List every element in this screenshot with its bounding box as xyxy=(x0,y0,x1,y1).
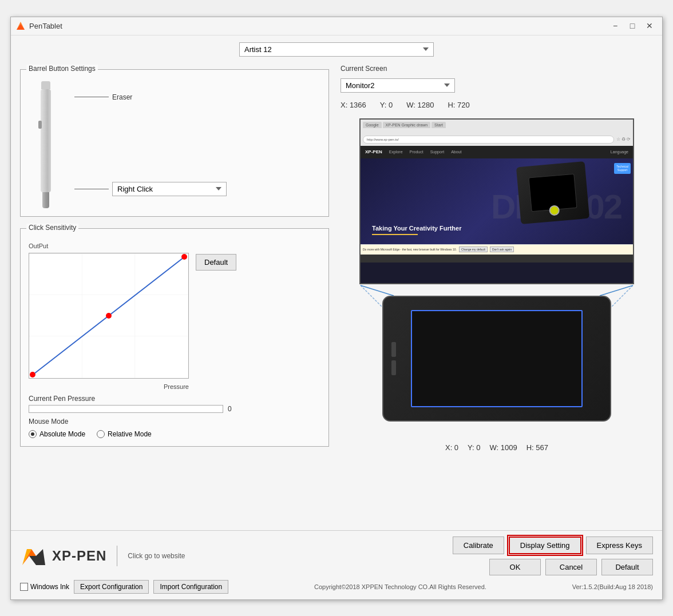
minimize-button[interactable]: − xyxy=(607,19,623,32)
tablet-side-btn-1 xyxy=(391,342,396,357)
device-row: Artist 12 xyxy=(20,42,653,57)
svg-marker-1 xyxy=(17,24,25,30)
tablet-product-img xyxy=(516,161,589,224)
svg-point-8 xyxy=(181,253,187,259)
browser-address-row: http://www.xp-pen.to/ ☆ ♻ ⟳ xyxy=(363,136,631,144)
monitor-x: X: 1366 xyxy=(341,101,366,109)
yellow-accent-line xyxy=(372,234,418,235)
pen-diagram xyxy=(29,81,63,208)
mouse-mode-label: Mouse Mode xyxy=(29,418,320,426)
output-label: OutPut xyxy=(29,243,48,249)
default-button[interactable]: Default xyxy=(601,559,653,575)
svg-line-12 xyxy=(600,285,633,296)
monitor-y: Y: 0 xyxy=(380,101,393,109)
svg-point-10 xyxy=(30,372,35,377)
nav-language: Language xyxy=(611,150,628,154)
tablet-h: H: 567 xyxy=(526,443,548,452)
xppen-logo-icon xyxy=(20,545,47,567)
window-controls: − □ ✕ xyxy=(607,19,658,32)
tablet-screen-area xyxy=(411,310,583,407)
ok-cancel-row: OK Cancel Default xyxy=(489,559,653,575)
pen-eraser xyxy=(41,81,50,89)
diagram-wrapper: Google XP-PEN Graphic drawn Start http:/… xyxy=(354,118,640,439)
monitor-w: W: 1280 xyxy=(406,101,434,109)
import-config-button[interactable]: Import Configuration xyxy=(153,580,228,594)
pressure-value: 0 xyxy=(228,405,232,413)
sensitivity-default-button[interactable]: Default xyxy=(196,254,236,271)
ok-button[interactable]: OK xyxy=(489,559,541,575)
right-click-select[interactable]: Right Click xyxy=(112,182,227,196)
sensitivity-inner: OutPut xyxy=(29,235,320,390)
content-area: Artist 12 Barrel Button Settings xyxy=(11,35,662,530)
absolute-mode-label: Absolute Mode xyxy=(39,430,85,438)
browser-tabs: Google XP-PEN Graphic drawn Start xyxy=(363,122,631,128)
dont-ask-btn: Don't ask again xyxy=(490,247,514,252)
eraser-line xyxy=(74,97,109,97)
main-columns: Barrel Button Settings xyxy=(20,65,653,523)
absolute-mode-option[interactable]: Absolute Mode xyxy=(29,430,85,438)
tab-xppen: XP-PEN Graphic drawn xyxy=(383,122,431,128)
tablet-y: Y: 0 xyxy=(468,443,480,452)
pen-tip xyxy=(42,192,49,208)
logo-subtitle: Click go to website xyxy=(128,552,185,560)
pressure-label: Pressure xyxy=(29,383,189,390)
close-button[interactable]: ✕ xyxy=(642,19,658,32)
display-setting-button[interactable]: Display Setting xyxy=(509,536,581,554)
mouse-mode-options: Absolute Mode Relative Mode xyxy=(29,430,320,438)
window-title: PenTablet xyxy=(29,22,607,30)
bottom-main-row: XP-PEN Click go to website Calibrate Dis… xyxy=(20,536,653,575)
monitor-content: DECO02 Taking Your Creativity Further xyxy=(361,158,633,255)
pen-body xyxy=(41,89,51,192)
export-config-button[interactable]: Export Configuration xyxy=(74,580,149,594)
change-default-btn: Change my default xyxy=(459,247,488,252)
monitor-h: H: 720 xyxy=(448,101,469,109)
eraser-label: Eraser xyxy=(112,93,132,101)
monitor-select[interactable]: Monitor2 xyxy=(341,78,455,93)
cancel-button[interactable]: Cancel xyxy=(545,559,597,575)
diagram-container: Google XP-PEN Graphic drawn Start http:/… xyxy=(341,118,653,452)
graph-area: OutPut xyxy=(29,243,189,390)
tablet-w: W: 1009 xyxy=(490,443,517,452)
barrel-inner: Eraser Right Click xyxy=(29,75,320,208)
tablet-diagram xyxy=(382,296,611,422)
pen-button xyxy=(38,121,42,129)
tablet-side-buttons xyxy=(391,342,396,375)
xppen-brand: XP-PEN xyxy=(365,149,382,154)
tab-start: Start xyxy=(431,122,446,128)
copyright-text: Copyright©2018 XPPEN Technology CO.All R… xyxy=(314,583,486,590)
device-select[interactable]: Artist 12 xyxy=(239,42,434,57)
monitor-coords-row: X: 1366 Y: 0 W: 1280 H: 720 xyxy=(341,101,653,109)
eraser-label-row: Eraser xyxy=(74,93,227,101)
tablet-x: X: 0 xyxy=(445,443,458,452)
express-keys-button[interactable]: Express Keys xyxy=(586,536,653,554)
pressure-bar xyxy=(29,405,223,413)
xppen-nav: XP-PEN Explore Product Support About Lan… xyxy=(361,146,633,158)
maximize-button[interactable]: □ xyxy=(624,19,640,32)
browser-status-bar xyxy=(361,255,633,263)
mouse-mode-section: Mouse Mode Absolute Mode Relative Mode xyxy=(29,418,320,438)
bottom-buttons-right: Calibrate Display Setting Express Keys O… xyxy=(453,536,653,575)
tablet-side-btn-2 xyxy=(391,360,396,375)
windows-ink-label: Windows Ink xyxy=(30,583,69,591)
right-click-row: Right Click xyxy=(74,182,227,196)
relative-mode-option[interactable]: Relative Mode xyxy=(97,430,152,438)
calibrate-button[interactable]: Calibrate xyxy=(453,536,504,554)
sensitivity-section: Click Sensitivity OutPut xyxy=(20,228,329,447)
pen-pressure-row: Current Pen Pressure 0 xyxy=(29,395,320,413)
windows-ink-checkbox[interactable] xyxy=(20,583,28,591)
nav-support: Support xyxy=(430,150,445,154)
absolute-mode-radio xyxy=(29,430,37,438)
monitor-display: Google XP-PEN Graphic drawn Start http:/… xyxy=(359,118,634,284)
xppen-logo[interactable]: XP-PEN Click go to website xyxy=(20,545,185,567)
notification-bar: Do more with Microsoft Edge - the fast, … xyxy=(361,244,633,255)
tech-support-badge: TechnicalSupport xyxy=(614,163,631,174)
sensitivity-graph[interactable] xyxy=(29,253,189,379)
title-bar: PenTablet − □ ✕ xyxy=(11,17,662,35)
windows-ink-option[interactable]: Windows Ink xyxy=(20,583,69,591)
nav-explore: Explore xyxy=(389,150,403,154)
browser-icons: ☆ ♻ ⟳ xyxy=(616,137,631,142)
sensitivity-title: Click Sensitivity xyxy=(26,224,78,232)
bottom-footer-row: Windows Ink Export Configuration Import … xyxy=(20,580,653,594)
main-window: PenTablet − □ ✕ Artist 12 Barrel Button … xyxy=(10,17,663,600)
nav-about: About xyxy=(451,150,461,154)
